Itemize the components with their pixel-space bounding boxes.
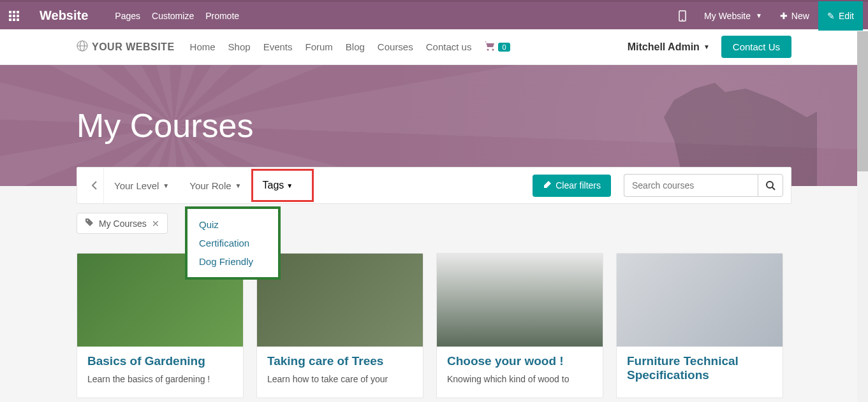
contact-us-button[interactable]: Contact Us	[721, 36, 791, 58]
scrollbar[interactable]	[857, 31, 868, 402]
site-nav-links: Home Shop Events Forum Blog Courses Cont…	[190, 41, 472, 52]
svg-rect-6	[9, 18, 11, 21]
site-nav-right: Mitchell Admin ▼ Contact Us	[628, 36, 791, 58]
user-name: Mitchell Admin	[628, 41, 700, 53]
caret-icon: ▼	[235, 182, 242, 189]
tags-label: Tags	[262, 180, 284, 191]
my-website-dropdown[interactable]: My Website ▼	[695, 1, 771, 31]
clear-filters-button[interactable]: Clear filters	[533, 175, 611, 197]
course-title: Basics of Gardening	[87, 354, 233, 368]
svg-rect-3	[9, 15, 11, 17]
admin-menu-pages[interactable]: Pages	[115, 11, 140, 21]
caret-icon: ▼	[756, 12, 762, 19]
tag-option-dog-friendly[interactable]: Dog Friendly	[188, 252, 278, 271]
admin-right: My Website ▼ ✚ New ✎ Edit	[670, 1, 863, 31]
nav-events[interactable]: Events	[263, 41, 293, 52]
your-level-label: Your Level	[114, 180, 159, 191]
edit-button[interactable]: ✎ Edit	[818, 1, 863, 31]
search-input[interactable]	[624, 174, 758, 197]
caret-icon: ▼	[286, 182, 293, 189]
admin-left: Website Pages Customize Promote	[5, 8, 239, 23]
pencil-icon: ✎	[827, 11, 835, 21]
tags-dropdown-panel: Quiz Certification Dog Friendly	[185, 206, 281, 280]
clear-filters-label: Clear filters	[555, 180, 601, 190]
search-group	[624, 174, 783, 197]
chip-remove[interactable]: ✕	[152, 219, 159, 229]
course-cards: Basics of Gardening Learn the basics of …	[77, 253, 791, 398]
caret-icon: ▼	[163, 182, 169, 189]
caret-icon: ▼	[703, 43, 710, 50]
admin-brand[interactable]: Website	[40, 8, 88, 23]
chip-label: My Courses	[99, 219, 147, 229]
course-image	[257, 254, 423, 347]
site-logo-text: YOUR WEBSITE	[92, 41, 175, 53]
tag-option-quiz[interactable]: Quiz	[188, 215, 278, 234]
svg-rect-4	[13, 15, 15, 17]
course-desc: Learn how to take care of your	[267, 373, 413, 386]
svg-rect-7	[13, 18, 15, 21]
content: Your Level ▼ Your Role ▼ Tags ▼ Clear fi…	[0, 167, 868, 398]
course-card[interactable]: Choose your wood ! Knowing which kind of…	[436, 253, 603, 398]
scrollbar-thumb[interactable]	[857, 31, 868, 171]
svg-point-15	[492, 48, 494, 50]
eraser-icon	[543, 180, 552, 191]
svg-point-14	[487, 48, 489, 50]
apps-icon[interactable]	[5, 11, 23, 21]
svg-rect-2	[17, 11, 19, 13]
active-filters: My Courses ✕	[77, 213, 791, 234]
cart[interactable]: 0	[484, 41, 510, 54]
nav-forum[interactable]: Forum	[305, 41, 332, 52]
site-nav: YOUR WEBSITE Home Shop Events Forum Blog…	[0, 29, 868, 65]
site-logo[interactable]: YOUR WEBSITE	[77, 40, 175, 54]
edit-label: Edit	[839, 11, 854, 21]
admin-menu-customize[interactable]: Customize	[152, 11, 194, 21]
new-label: New	[791, 11, 809, 21]
course-desc: Knowing which kind of wood to	[447, 373, 592, 386]
svg-rect-8	[17, 18, 19, 21]
filter-bar: Your Level ▼ Your Role ▼ Tags ▼ Clear fi…	[77, 167, 791, 204]
admin-bar: Website Pages Customize Promote My Websi…	[0, 0, 868, 29]
tag-icon	[85, 218, 94, 229]
your-role-dropdown[interactable]: Your Role ▼	[179, 168, 251, 203]
back-button[interactable]	[85, 168, 104, 203]
svg-point-18	[87, 220, 88, 221]
nav-shop[interactable]: Shop	[228, 41, 251, 52]
course-image	[617, 254, 783, 347]
nav-home[interactable]: Home	[190, 41, 216, 52]
your-role-label: Your Role	[189, 180, 231, 191]
cart-badge: 0	[498, 43, 510, 52]
svg-rect-1	[13, 11, 15, 13]
search-button[interactable]	[758, 174, 783, 197]
your-level-dropdown[interactable]: Your Level ▼	[104, 168, 179, 203]
nav-blog[interactable]: Blog	[346, 41, 365, 52]
tags-dropdown-button[interactable]: Tags ▼	[251, 169, 314, 202]
nav-contact[interactable]: Contact us	[426, 41, 472, 52]
course-desc: Learn the basics of gardening !	[87, 373, 233, 386]
nav-courses[interactable]: Courses	[378, 41, 413, 52]
admin-menu-promote[interactable]: Promote	[205, 11, 239, 21]
plus-icon: ✚	[780, 11, 788, 21]
globe-icon	[77, 40, 88, 54]
course-image	[437, 254, 603, 347]
course-card[interactable]: Taking care of Trees Learn how to take c…	[256, 253, 423, 398]
course-title: Furniture Technical Specifications	[627, 354, 772, 382]
svg-rect-0	[9, 11, 11, 13]
svg-line-17	[772, 187, 775, 190]
mobile-preview-icon[interactable]	[670, 1, 695, 31]
course-title: Choose your wood !	[447, 354, 592, 368]
svg-point-16	[767, 182, 773, 188]
new-button[interactable]: ✚ New	[771, 1, 818, 31]
course-card[interactable]: Furniture Technical Specifications	[616, 253, 783, 398]
tag-option-certification[interactable]: Certification	[188, 234, 278, 252]
filter-chip: My Courses ✕	[77, 213, 168, 234]
page-title: My Courses	[77, 106, 253, 145]
course-title: Taking care of Trees	[267, 354, 413, 368]
svg-rect-5	[17, 15, 19, 17]
my-website-label: My Website	[704, 11, 751, 21]
user-dropdown[interactable]: Mitchell Admin ▼	[628, 41, 710, 53]
cart-icon	[484, 41, 496, 54]
